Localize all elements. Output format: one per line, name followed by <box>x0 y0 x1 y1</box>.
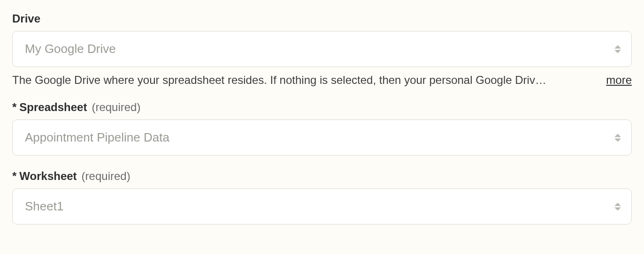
worksheet-label-row: * Worksheet (required) <box>12 170 632 183</box>
drive-select[interactable]: My Google Drive <box>12 31 632 67</box>
spreadsheet-field-group: * Spreadsheet (required) Appointment Pip… <box>12 101 632 156</box>
required-star: * <box>12 170 16 183</box>
drive-select-value: My Google Drive <box>25 42 116 56</box>
worksheet-field-group: * Worksheet (required) Sheet1 <box>12 170 632 224</box>
spreadsheet-select-value: Appointment Pipeline Data <box>25 130 169 145</box>
worksheet-required-hint: (required) <box>82 170 130 183</box>
chevron-up-down-icon <box>614 202 621 210</box>
drive-label-row: Drive <box>12 12 632 25</box>
drive-help-text: The Google Drive where your spreadsheet … <box>12 74 597 87</box>
drive-more-link[interactable]: more <box>606 74 632 87</box>
required-star: * <box>12 101 16 114</box>
chevron-up-down-icon <box>614 134 621 142</box>
drive-label: Drive <box>12 12 40 25</box>
spreadsheet-select[interactable]: Appointment Pipeline Data <box>12 120 632 156</box>
worksheet-select[interactable]: Sheet1 <box>12 188 632 224</box>
drive-help-row: The Google Drive where your spreadsheet … <box>12 74 632 87</box>
spreadsheet-label-row: * Spreadsheet (required) <box>12 101 632 114</box>
spreadsheet-label: Spreadsheet <box>19 101 87 114</box>
worksheet-label: Worksheet <box>19 170 77 183</box>
drive-field-group: Drive My Google Drive The Google Drive w… <box>12 12 632 87</box>
worksheet-select-value: Sheet1 <box>25 199 63 214</box>
chevron-up-down-icon <box>614 45 621 53</box>
spreadsheet-required-hint: (required) <box>92 101 140 114</box>
